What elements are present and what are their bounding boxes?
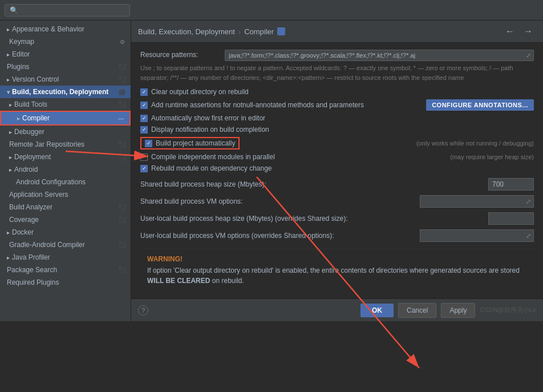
coverage-icon: ⬛ <box>118 216 126 224</box>
top-bar <box>0 0 543 21</box>
sidebar-item-plugins[interactable]: Plugins ⬛ <box>0 60 131 73</box>
sidebar-item-editor[interactable]: ▸ Editor <box>0 48 131 60</box>
sidebar-item-version-control[interactable]: ▸Version Control ⬛ <box>0 73 131 86</box>
shared-heap-label: Shared build process heap size (Mbytes): <box>140 180 484 188</box>
clear-output-checkbox[interactable] <box>140 88 148 96</box>
user-heap-input[interactable] <box>488 212 534 225</box>
resource-patterns-hint: Use ; to separate patterns and ! to nega… <box>140 63 534 82</box>
user-vm-label: User-local build process VM options (ove… <box>140 232 415 240</box>
jar-icon: ⬛ <box>118 140 126 148</box>
resource-patterns-label: Resource patterns: <box>140 50 220 59</box>
arrow-icon: ▸ <box>17 115 20 122</box>
sidebar-item-java-profiler[interactable]: ▸ Java Profiler <box>0 251 131 264</box>
build-auto-label: Build project automatically <box>156 139 235 147</box>
arrow-icon: ▸ <box>7 26 10 33</box>
display-notification-label: Display notification on build completion <box>151 126 269 134</box>
sidebar-item-keymap[interactable]: Keymap ⚙ <box>0 35 131 48</box>
sidebar-item-label: Remote Jar Repositories <box>9 140 84 148</box>
ok-button[interactable]: OK <box>360 304 394 317</box>
compiler-icon: — <box>117 114 125 122</box>
show-first-error-checkbox[interactable] <box>140 115 148 122</box>
sidebar-item-row: Build Analyzer ⬛ <box>9 203 126 211</box>
arrow-icon: ▸ <box>7 76 10 83</box>
sidebar-item-debugger[interactable]: ▸ Debugger <box>0 126 131 138</box>
checkbox-inner: Compile independent modules in parallel <box>140 153 275 161</box>
show-first-error-label: Automatically show first error in editor <box>151 114 265 122</box>
expand-icon[interactable]: ⤢ <box>524 197 533 207</box>
shared-heap-input[interactable] <box>488 178 534 191</box>
analyzer-icon: ⬛ <box>118 203 126 211</box>
bottom-actions: OK Cancel Apply CSDN@程序员小Le <box>360 303 536 318</box>
help-button[interactable]: ? <box>138 305 148 316</box>
warning-section: WARNING! If option 'Clear output directo… <box>140 249 534 292</box>
arrow-icon: ▸ <box>7 229 10 236</box>
display-notification-checkbox[interactable] <box>140 126 148 134</box>
sidebar-item-row: Remote Jar Repositories ⬛ <box>9 140 126 148</box>
build-icon: ⬛ <box>118 88 126 96</box>
show-first-error-row: Automatically show first error in editor <box>140 114 534 122</box>
build-auto-checkbox[interactable] <box>145 140 152 147</box>
search-icon: ⬛ <box>118 266 126 274</box>
sidebar-item-build-execution[interactable]: ▾Build, Execution, Deployment ⬛ <box>0 86 131 98</box>
sidebar-item-android[interactable]: ▸ Android <box>0 163 131 176</box>
sidebar-item-android-configs[interactable]: Android Configurations <box>0 176 131 188</box>
arrow-icon: ▸ <box>7 254 10 261</box>
sidebar-item-label: Build, Execution, Deployment <box>12 88 108 96</box>
sidebar-item-label: Build Analyzer <box>9 203 52 211</box>
sidebar-item-build-analyzer[interactable]: Build Analyzer ⬛ <box>0 201 131 213</box>
nav-forward-button[interactable]: → <box>520 25 536 38</box>
sidebar-item-gradle-android[interactable]: Gradle-Android Compiler ⬛ <box>0 239 131 251</box>
sidebar-item-coverage[interactable]: Coverage ⬛ <box>0 213 131 226</box>
breadcrumb: Build, Execution, Deployment › Compiler <box>138 27 285 36</box>
apply-button[interactable]: Apply <box>441 303 475 318</box>
search-input[interactable] <box>5 4 130 17</box>
sidebar-item-label: Build Tools <box>14 100 47 108</box>
build-auto-row: Build project automatically (only works … <box>140 137 534 149</box>
user-heap-row: User-local build process heap size (Mbyt… <box>140 212 534 225</box>
build-auto-inner: Build project automatically <box>140 137 240 149</box>
build-auto-note: (only works while not running / debuggin… <box>405 140 534 147</box>
compile-parallel-note: (may require larger heap size) <box>439 153 534 160</box>
sidebar-item-compiler[interactable]: ▸Compiler — <box>0 111 131 126</box>
user-vm-input-wrapper: ⤢ <box>420 229 534 242</box>
rebuild-module-checkbox[interactable] <box>140 165 148 172</box>
user-vm-input[interactable] <box>420 230 524 241</box>
user-vm-row: User-local build process VM options (ove… <box>140 229 534 242</box>
sidebar-item-docker[interactable]: ▸ Docker <box>0 226 131 239</box>
add-runtime-checkbox[interactable] <box>140 102 148 109</box>
sidebar-item-label: Docker <box>12 228 34 236</box>
expand-icon[interactable]: ⤢ <box>524 231 533 241</box>
clear-output-label: Clear output directory on rebuild <box>151 88 249 96</box>
sidebar-item-label: Package Search <box>7 266 57 274</box>
sidebar-item-app-servers[interactable]: Application Servers <box>0 188 131 201</box>
build-auto-highlighted: Build project automatically <box>140 137 240 149</box>
sidebar-item-required-plugins[interactable]: Required Plugins <box>0 276 131 289</box>
compile-parallel-checkbox[interactable] <box>140 153 148 161</box>
expand-icon[interactable]: ⤢ <box>524 51 533 60</box>
sidebar-item-remote-jar[interactable]: Remote Jar Repositories ⬛ <box>0 138 131 151</box>
sidebar-item-appearance[interactable]: ▸ Appearance & Behavior <box>0 23 131 35</box>
cancel-button[interactable]: Cancel <box>398 303 436 318</box>
arrow-icon: ▸ <box>9 167 12 173</box>
sidebar-item-package-search[interactable]: Package Search ⬛ <box>0 264 131 276</box>
display-notification-row: Display notification on build completion <box>140 126 534 134</box>
sidebar-item-label: Version Control <box>12 75 59 83</box>
sidebar-item-label: Android Configurations <box>16 178 86 186</box>
arrow-icon: ▸ <box>9 154 12 160</box>
sidebar-item-label: Compiler <box>22 114 50 122</box>
configure-annotations-button[interactable]: CONFIGURE ANNOTATIONS... <box>426 99 534 111</box>
sidebar-item-row: Keymap ⚙ <box>9 38 126 46</box>
shared-vm-input[interactable] <box>420 196 524 207</box>
shared-heap-row: Shared build process heap size (Mbytes): <box>140 178 534 191</box>
sidebar-item-build-tools[interactable]: ▸Build Tools ⬛ <box>0 98 131 111</box>
resource-patterns-input[interactable] <box>225 50 524 60</box>
shared-vm-input-wrapper: ⤢ <box>420 195 534 208</box>
checkbox-inner: Automatically show first error in editor <box>140 114 265 122</box>
nav-back-button[interactable]: ← <box>502 25 518 38</box>
sidebar-item-deployment[interactable]: ▸Deployment ⬛ <box>0 151 131 163</box>
rebuild-module-label: Rebuild module on dependency change <box>151 164 272 172</box>
rebuild-module-row: Rebuild module on dependency change <box>140 164 534 172</box>
breadcrumb-part1: Build, Execution, Deployment <box>138 27 235 36</box>
add-runtime-row: Add runtime assertions for notnull-annot… <box>140 99 534 111</box>
checkbox-inner: Display notification on build completion <box>140 126 269 134</box>
